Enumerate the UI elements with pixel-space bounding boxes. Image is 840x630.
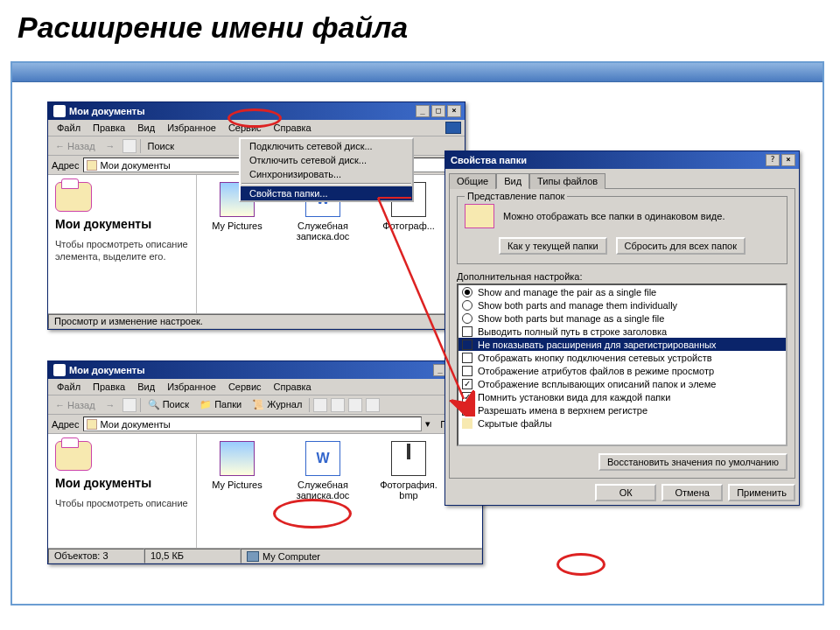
restore-defaults-button[interactable]: Восстановить значения по умолчанию (598, 453, 788, 471)
checkbox-icon[interactable] (462, 379, 472, 389)
search-button[interactable]: Поиск (144, 140, 178, 152)
help-button[interactable]: ? (766, 154, 780, 166)
menu-service[interactable]: Сервис (223, 381, 267, 393)
settings-row[interactable]: Не показывать расширения для зарегистрир… (458, 338, 786, 351)
address-label: Адрес (52, 160, 80, 171)
file-label: My Pictures (202, 480, 272, 490)
back-button[interactable]: ← Назад (52, 399, 99, 411)
reset-all-button[interactable]: Сбросить для всех папок (616, 237, 746, 255)
toolbar-separator (140, 398, 141, 412)
checkbox-icon[interactable] (462, 340, 472, 350)
up-icon[interactable] (122, 139, 136, 153)
slide-frame-titlebar (12, 63, 822, 82)
file-item[interactable]: Фотография. bmp (374, 441, 444, 500)
back-button[interactable]: ← Назад (52, 140, 99, 152)
file-label: Фотограф... (374, 220, 444, 231)
toolbar-icon[interactable] (313, 398, 327, 412)
menuitem-connect-netdrive[interactable]: Подключить сетевой диск... (241, 139, 412, 153)
minimize-button[interactable]: _ (416, 105, 430, 117)
maximize-button[interactable]: □ (431, 105, 445, 117)
checkbox-icon[interactable] (462, 366, 472, 376)
address-field[interactable]: Мои документы (83, 416, 423, 431)
folder-icon[interactable] (462, 418, 472, 429)
settings-row[interactable]: Разрешать имена в верхнем регистре (458, 403, 786, 416)
toolbar-separator (309, 398, 310, 412)
explorer-window-bottom: Мои документы _ □ × Файл Правка Вид Избр… (47, 360, 483, 564)
folder-options-dialog: Свойства папки ? × Общие Вид Типы файлов… (444, 150, 800, 506)
file-label: My Pictures (202, 220, 272, 231)
settings-row[interactable]: Show both parts but manage as a single f… (458, 312, 786, 325)
settings-row[interactable]: Выводить полный путь в строке заголовка (458, 325, 786, 338)
apply-button[interactable]: Применить (728, 484, 795, 501)
checkbox-icon[interactable] (462, 353, 472, 363)
cancel-button[interactable]: Отмена (662, 484, 723, 501)
page-title: Расширение имени файла (0, 0, 840, 55)
journal-button[interactable]: 📜 Журнал (248, 398, 305, 411)
advanced-settings-list[interactable]: Show and manage the pair as a single fil… (457, 284, 788, 446)
folders-button[interactable]: 📁 Папки (196, 398, 245, 411)
titlebar[interactable]: Мои документы _ □ × (48, 361, 482, 379)
address-bar: Адрес Мои документы ▾ Переход (48, 415, 482, 434)
info-pane: Мои документы Чтобы просмотреть описание (48, 434, 197, 548)
settings-row[interactable]: Скрытые файлы (458, 416, 786, 430)
info-pane: Мои документы Чтобы просмотреть описание… (48, 175, 197, 313)
toolbar-icon[interactable] (348, 398, 362, 412)
settings-row[interactable]: Помнить установки вида для каждой папки (458, 390, 786, 403)
menu-edit[interactable]: Правка (88, 381, 130, 393)
checkbox-icon[interactable] (462, 392, 472, 402)
menu-separator (242, 183, 411, 185)
menuitem-sync[interactable]: Синхронизировать... (241, 167, 412, 181)
settings-row[interactable]: Show both parts and manage them individu… (458, 298, 786, 312)
toolbar-icon[interactable] (366, 398, 380, 412)
menu-edit[interactable]: Правка (88, 122, 130, 134)
tabs: Общие Вид Типы файлов (449, 172, 795, 188)
info-pane-title: Мои документы (55, 217, 189, 231)
up-icon[interactable] (122, 398, 136, 412)
titlebar[interactable]: Свойства папки ? × (445, 151, 799, 169)
settings-row[interactable]: Отображение всплывающих описаний папок и… (458, 377, 786, 390)
file-list[interactable]: My Pictures Служебная записка.doc Фотогр… (197, 434, 482, 548)
menuitem-disconnect-netdrive[interactable]: Отключить сетевой диск... (241, 153, 412, 167)
forward-button[interactable]: → (102, 399, 119, 411)
menu-service[interactable]: Сервис (223, 122, 267, 134)
menu-help[interactable]: Справка (269, 122, 317, 134)
advanced-label: Дополнительная настройка: (457, 271, 788, 282)
menuitem-folder-options[interactable]: Свойства папки... (241, 186, 412, 200)
file-label: записка.doc (288, 231, 358, 242)
file-item[interactable]: My Pictures (202, 441, 272, 490)
checkbox-icon[interactable] (462, 405, 472, 416)
like-current-button[interactable]: Как у текущей папки (499, 237, 607, 255)
tab-view[interactable]: Вид (496, 173, 529, 189)
tab-general[interactable]: Общие (449, 173, 496, 189)
menu-view[interactable]: Вид (132, 381, 160, 393)
settings-row[interactable]: Show and manage the pair as a single fil… (458, 285, 786, 298)
menu-favorites[interactable]: Избранное (162, 122, 221, 134)
settings-row[interactable]: Отображать кнопку подключения сетевых ус… (458, 351, 786, 364)
file-item[interactable]: Служебная записка.doc (288, 441, 358, 500)
tab-filetypes[interactable]: Типы файлов (529, 173, 606, 189)
menu-favorites[interactable]: Избранное (162, 381, 221, 393)
radio-icon[interactable] (462, 300, 472, 311)
titlebar[interactable]: Мои документы _ □ × (48, 102, 465, 120)
bmp-icon (391, 441, 426, 476)
settings-row[interactable]: Отображение атрибутов файлов в режиме пр… (458, 364, 786, 377)
ok-button[interactable]: ОК (595, 484, 656, 501)
settings-row-label: Отображение всплывающих описаний папок и… (478, 379, 716, 389)
close-button[interactable]: × (781, 154, 795, 166)
checkbox-icon[interactable] (462, 326, 472, 337)
radio-icon[interactable] (462, 313, 472, 324)
status-text: Просмотр и изменение настроек. (48, 314, 465, 329)
info-pane-title: Мои документы (55, 476, 189, 490)
forward-button[interactable]: → (102, 140, 119, 152)
menu-file[interactable]: Файл (52, 122, 86, 134)
search-button[interactable]: 🔍 Поиск (144, 398, 193, 411)
menu-help[interactable]: Справка (269, 381, 317, 393)
toolbar-separator (140, 139, 141, 153)
window-title: Мои документы (69, 106, 414, 116)
window-title: Мои документы (69, 365, 431, 375)
radio-icon[interactable] (462, 287, 472, 298)
menu-view[interactable]: Вид (132, 122, 160, 134)
close-button[interactable]: × (447, 105, 461, 117)
toolbar-icon[interactable] (331, 398, 345, 412)
menu-file[interactable]: Файл (52, 381, 86, 393)
